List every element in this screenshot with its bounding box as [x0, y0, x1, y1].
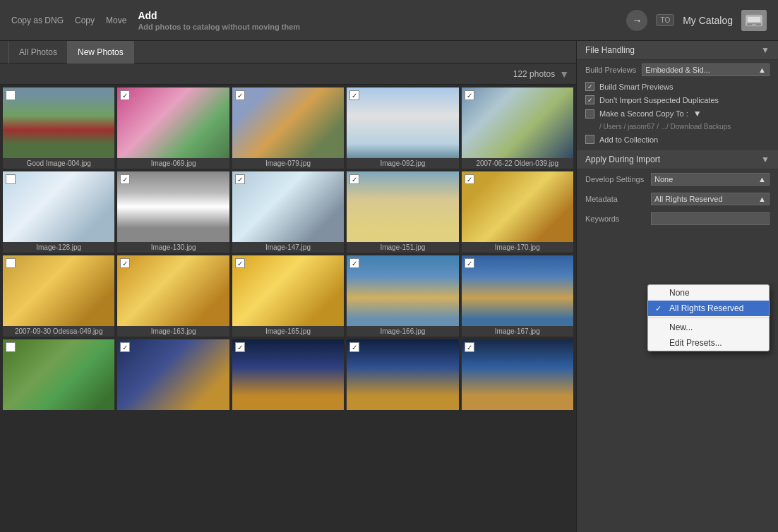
- second-copy-chevron: ▼: [693, 109, 702, 119]
- photo-checkbox-p14[interactable]: [349, 258, 359, 268]
- photo-checkbox-p16[interactable]: [6, 342, 16, 352]
- photo-thumb-p9: [347, 171, 458, 242]
- photo-checkbox-p19[interactable]: [349, 342, 359, 352]
- photo-cell-p9[interactable]: Image-151.jpg: [347, 171, 458, 253]
- photo-cell-p3[interactable]: Image-079.jpg: [232, 87, 344, 169]
- photo-thumb-p17: [117, 339, 229, 410]
- top-bar-left: Copy as DNG Copy Move Add Add photos to …: [11, 10, 626, 31]
- dont-import-dupes-checkbox[interactable]: [585, 95, 594, 104]
- add-to-collection-label: Add to Collection: [599, 135, 658, 144]
- metadata-select[interactable]: All Rights Reserved ▲: [651, 193, 770, 205]
- photo-cell-p18[interactable]: [232, 339, 344, 410]
- dropdown-item-all-rights[interactable]: ✓ All Rights Reserved: [648, 301, 769, 316]
- move-action[interactable]: Move: [106, 16, 126, 25]
- photo-thumb-p6: [3, 171, 114, 242]
- develop-settings-arrow: ▲: [758, 175, 766, 183]
- photo-label-p14: Image-166.jpg: [347, 326, 458, 337]
- photo-label-p4: Image-092.jpg: [347, 158, 458, 169]
- photo-cell-p17[interactable]: [117, 339, 229, 410]
- develop-settings-select[interactable]: None ▲: [651, 173, 770, 186]
- build-previews-select-arrow: ▲: [758, 66, 766, 74]
- photo-cell-p8[interactable]: Image-147.jpg: [232, 171, 344, 253]
- photo-checkbox-p4[interactable]: [349, 90, 359, 100]
- make-second-copy-checkbox[interactable]: [585, 109, 594, 119]
- photo-cell-p12[interactable]: Image-163.jpg: [117, 255, 229, 337]
- photo-checkbox-p2[interactable]: [120, 90, 130, 100]
- photo-checkbox-p18[interactable]: [235, 342, 245, 352]
- dropdown-item-new[interactable]: New...: [648, 320, 769, 335]
- make-second-copy-label: Make a Second Copy To :: [599, 109, 688, 118]
- drive-icon: [741, 10, 767, 31]
- photo-checkbox-p13[interactable]: [235, 258, 245, 268]
- photo-checkbox-p17[interactable]: [120, 342, 130, 352]
- photo-cell-p2[interactable]: Image-069.jpg: [117, 87, 229, 169]
- apply-chevron: ▼: [761, 155, 770, 164]
- photo-checkbox-p8[interactable]: [235, 174, 245, 184]
- dropdown-item-edit-presets[interactable]: Edit Presets...: [648, 335, 769, 351]
- add-action[interactable]: Add Add photos to catalog without moving…: [138, 10, 300, 31]
- make-second-copy-row[interactable]: Make a Second Copy To : ▼: [577, 107, 778, 121]
- copy-action[interactable]: Copy: [75, 16, 95, 25]
- navigate-arrow[interactable]: →: [626, 10, 647, 31]
- main-layout: All Photos New Photos 122 photos ▼ Good …: [0, 41, 778, 532]
- photo-checkbox-p9[interactable]: [349, 174, 359, 184]
- photo-grid: Good Image-004.jpgImage-069.jpgImage-079…: [0, 85, 576, 532]
- photo-cell-p6[interactable]: Image-128.jpg: [3, 171, 114, 253]
- photo-checkbox-p12[interactable]: [120, 258, 130, 268]
- photo-label-p11: 2007-09-30 Odessa-049.jpg: [3, 326, 114, 337]
- photo-cell-p16[interactable]: [3, 339, 114, 410]
- photo-cell-p5[interactable]: 2007-06-22 Olden-039.jpg: [462, 87, 573, 169]
- photo-label-p3: Image-079.jpg: [232, 158, 344, 169]
- build-previews-label: Build Previews: [585, 66, 636, 74]
- photo-cell-p11[interactable]: 2007-09-30 Odessa-049.jpg: [3, 255, 114, 337]
- photo-checkbox-p11[interactable]: [6, 258, 16, 268]
- file-handling-header[interactable]: File Handling ▼: [577, 41, 778, 60]
- dont-import-dupes-row[interactable]: Don't Import Suspected Duplicates: [577, 93, 778, 107]
- photo-label-p13: Image-165.jpg: [232, 326, 344, 337]
- photo-checkbox-p15[interactable]: [465, 258, 474, 268]
- dropdown-divider: [648, 318, 769, 318]
- metadata-arrow: ▲: [758, 195, 766, 203]
- keywords-label: Keywords: [585, 214, 645, 223]
- build-smart-previews-row[interactable]: Build Smart Previews: [577, 80, 778, 93]
- top-bar-right: → TO My Catalog: [626, 10, 767, 31]
- photo-cell-p10[interactable]: Image-170.jpg: [462, 171, 573, 253]
- photo-checkbox-p20[interactable]: [465, 342, 474, 352]
- metadata-label: Metadata: [585, 195, 645, 203]
- photo-cell-p4[interactable]: Image-092.jpg: [347, 87, 458, 169]
- photo-cell-p19[interactable]: [347, 339, 458, 410]
- copy-as-dng-action[interactable]: Copy as DNG: [11, 16, 64, 25]
- filter-icon[interactable]: ▼: [559, 68, 569, 80]
- photo-cell-p14[interactable]: Image-166.jpg: [347, 255, 458, 337]
- file-handling-chevron: ▼: [761, 45, 770, 55]
- build-previews-select[interactable]: Embedded & Sid... ▲: [642, 64, 770, 76]
- apply-during-import-header[interactable]: Apply During Import ▼: [577, 150, 778, 169]
- photo-cell-p15[interactable]: Image-167.jpg: [462, 255, 573, 337]
- develop-settings-row: Develop Settings None ▲: [577, 169, 778, 189]
- dropdown-item-none[interactable]: None: [648, 285, 769, 301]
- photo-checkbox-p5[interactable]: [465, 90, 474, 100]
- photo-thumb-p7: [117, 171, 229, 242]
- photo-checkbox-p7[interactable]: [120, 174, 130, 184]
- photo-cell-p1[interactable]: Good Image-004.jpg: [3, 87, 114, 169]
- build-smart-previews-checkbox[interactable]: [585, 82, 594, 91]
- build-smart-previews-label: Build Smart Previews: [599, 83, 674, 91]
- photo-cell-p7[interactable]: Image-130.jpg: [117, 171, 229, 253]
- add-to-collection-row[interactable]: Add to Collection: [577, 133, 778, 146]
- tab-new-photos[interactable]: New Photos: [68, 41, 134, 64]
- photo-label-p5: 2007-06-22 Olden-039.jpg: [462, 158, 573, 169]
- svg-rect-2: [752, 24, 756, 25]
- photo-cell-p13[interactable]: Image-165.jpg: [232, 255, 344, 337]
- tab-all-photos[interactable]: All Photos: [8, 41, 68, 64]
- keywords-input[interactable]: [651, 212, 770, 225]
- photo-thumb-p8: [232, 171, 344, 242]
- photo-thumb-p14: [347, 255, 458, 326]
- add-to-collection-checkbox[interactable]: [585, 135, 594, 144]
- photo-label-p15: Image-167.jpg: [462, 326, 573, 337]
- photo-thumb-p11: [3, 255, 114, 326]
- photo-checkbox-p3[interactable]: [235, 90, 245, 100]
- photo-checkbox-p10[interactable]: [465, 174, 474, 184]
- photo-checkbox-p1[interactable]: [6, 90, 16, 100]
- photo-cell-p20[interactable]: [462, 339, 573, 410]
- photo-checkbox-p6[interactable]: [6, 174, 16, 184]
